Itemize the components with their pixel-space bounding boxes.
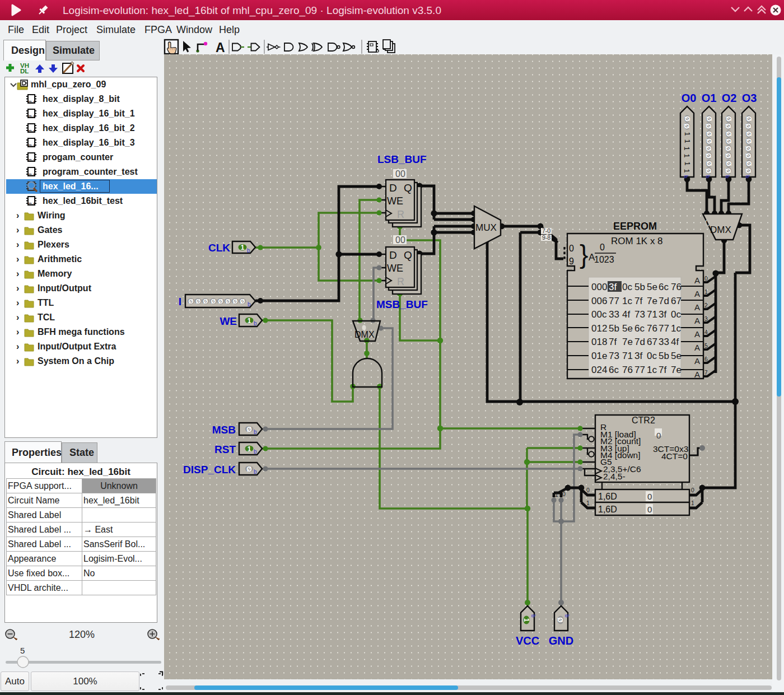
svg-text:1: 1 [248,445,251,453]
svg-text:Ø: Ø [724,153,732,158]
svg-text:Ø: Ø [744,153,752,158]
svg-text:A: A [694,356,700,366]
svg-text:5: 5 [20,646,25,655]
svg-text:1: 1 [683,139,692,143]
svg-text:Ø: Ø [683,123,690,129]
svg-text:33: 33 [609,309,619,320]
svg-text:000: 000 [591,282,607,292]
svg-text:DL: DL [20,68,29,74]
svg-text:1: 1 [241,244,245,251]
svg-text:1c: 1c [671,323,681,334]
svg-text:1: 1 [555,491,558,498]
svg-text:Ø: Ø [240,298,245,305]
svg-text:4f: 4f [622,309,630,320]
svg-text:0: 0 [691,487,694,493]
svg-text:b: b [254,449,257,455]
svg-text:A: A [694,343,700,352]
svg-text:Q: Q [404,182,412,194]
svg-text:7: 7 [704,369,708,376]
svg-text:Ø: Ø [704,146,712,151]
svg-text:7e: 7e [671,365,682,375]
svg-text:O0: O0 [682,92,697,104]
svg-text:EEPROM: EEPROM [613,221,657,232]
svg-text:7e: 7e [647,296,657,306]
svg-text:7f: 7f [609,337,617,347]
svg-text:77: 77 [634,365,645,375]
svg-text:0: 0 [569,244,574,253]
svg-text:1: 1 [683,153,691,157]
svg-text:77: 77 [659,323,669,334]
svg-text:m..n: m..n [29,172,36,176]
svg-text:024: 024 [591,365,607,375]
svg-text:Ø: Ø [233,298,238,305]
svg-text:Ø: Ø [744,146,752,151]
svg-text:73: 73 [634,309,645,320]
svg-text:WE: WE [387,263,403,274]
svg-text:ROM 1K x 8: ROM 1K x 8 [611,236,663,246]
svg-text:1023: 1023 [594,255,614,264]
svg-text:A: A [694,276,700,285]
svg-text:5e: 5e [647,282,657,292]
svg-text:3f: 3f [609,282,617,292]
svg-text:Ø: Ø [744,168,752,174]
svg-text:Ø: Ø [745,138,753,144]
svg-text:01e: 01e [591,351,607,361]
svg-text:7d: 7d [659,296,669,306]
svg-text:WE: WE [387,195,403,207]
svg-text:0: 0 [705,218,710,228]
svg-text:1,6D: 1,6D [598,505,617,514]
svg-text:5b: 5b [609,323,619,334]
svg-text:0: 0 [586,487,590,493]
svg-text:A: A [216,40,225,55]
svg-text:R: R [397,209,404,220]
svg-text:Ø: Ø [704,168,712,174]
svg-text:5e: 5e [671,351,682,361]
svg-text:Ø: Ø [724,146,732,151]
svg-text:MSB_BUF: MSB_BUF [376,298,428,310]
svg-text:b: b [564,614,570,618]
svg-text:Ø: Ø [744,123,752,129]
svg-text:VCC: VCC [516,635,539,647]
svg-text:5: 5 [704,342,708,349]
svg-text:0: 0 [656,431,661,440]
svg-text:1: 1 [683,132,692,136]
svg-text:m..n: m..n [29,202,36,205]
svg-text:006: 006 [591,296,607,306]
svg-text:Ø: Ø [745,131,753,137]
svg-text:1: 1 [586,500,590,506]
svg-text:CTR2: CTR2 [632,416,655,425]
svg-text:Ø: Ø [246,426,251,433]
svg-text:5b: 5b [634,282,645,292]
svg-text:m..n: m..n [29,114,36,118]
svg-text:3f: 3f [659,309,666,320]
svg-text:67: 67 [647,337,657,347]
svg-text:Q: Q [404,249,412,261]
svg-text:0: 0 [562,491,566,497]
svg-text:0: 0 [647,492,652,501]
svg-text:Ø: Ø [705,116,713,122]
svg-text:Ø: Ø [704,123,712,129]
svg-text:0c: 0c [622,282,632,292]
svg-text:Ø: Ø [211,298,216,305]
svg-text:CLK: CLK [208,242,230,254]
svg-text:76: 76 [671,282,682,292]
svg-text:b: b [530,614,536,618]
svg-text:0: 0 [477,211,482,220]
svg-text:Ø: Ø [705,138,713,144]
svg-text:4CT=0: 4CT=0 [661,451,688,461]
svg-text:Ø: Ø [725,161,732,166]
svg-text:71: 71 [647,309,657,320]
svg-text:b: b [745,175,750,178]
svg-text:LSB_BUF: LSB_BUF [377,153,427,165]
svg-text:1c: 1c [622,296,632,306]
svg-text:1: 1 [248,317,251,325]
svg-text:O2: O2 [722,92,737,104]
svg-text:O3: O3 [742,92,757,104]
svg-text:b: b [254,429,257,435]
svg-text:7f: 7f [659,365,666,375]
svg-text:120%: 120% [69,629,95,640]
svg-text:4: 4 [704,329,708,335]
svg-text:0c: 0c [647,351,657,361]
svg-text:00: 00 [395,235,405,245]
svg-text:A: A [694,370,700,379]
